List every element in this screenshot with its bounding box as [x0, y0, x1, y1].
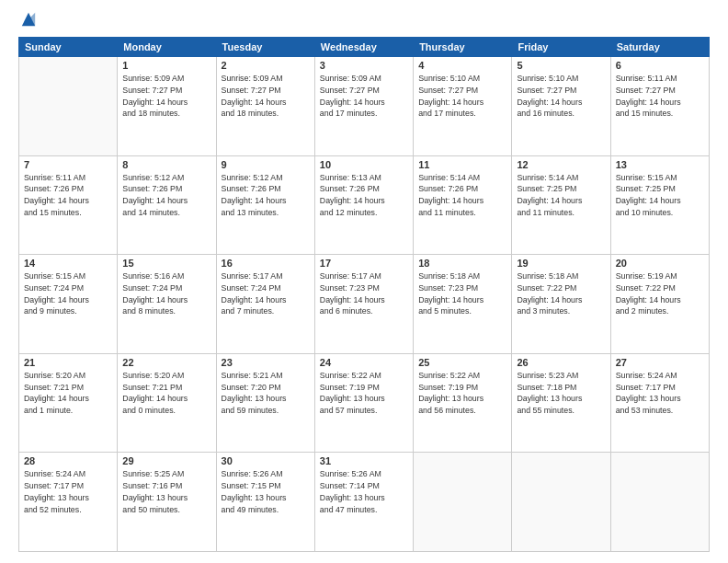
calendar-header-row: SundayMondayTuesdayWednesdayThursdayFrid…: [19, 38, 710, 57]
day-info: Sunrise: 5:20 AMSunset: 7:21 PMDaylight:…: [122, 370, 210, 417]
calendar: SundayMondayTuesdayWednesdayThursdayFrid…: [18, 37, 710, 552]
calendar-cell: 2Sunrise: 5:09 AMSunset: 7:27 PMDaylight…: [216, 57, 314, 156]
day-info: Sunrise: 5:15 AMSunset: 7:25 PMDaylight:…: [616, 172, 704, 219]
calendar-cell: [512, 453, 610, 552]
weekday-header-tuesday: Tuesday: [216, 38, 314, 57]
day-number: 28: [24, 455, 112, 466]
day-info: Sunrise: 5:21 AMSunset: 7:20 PMDaylight:…: [222, 370, 310, 417]
day-number: 16: [222, 258, 310, 269]
day-number: 15: [122, 258, 210, 269]
weekday-header-wednesday: Wednesday: [314, 38, 413, 57]
day-number: 27: [616, 357, 704, 368]
logo: [18, 15, 37, 28]
day-number: 10: [320, 159, 408, 170]
calendar-cell: 5Sunrise: 5:10 AMSunset: 7:27 PMDaylight…: [512, 57, 610, 156]
calendar-cell: 21Sunrise: 5:20 AMSunset: 7:21 PMDayligh…: [19, 353, 118, 453]
calendar-cell: 18Sunrise: 5:18 AMSunset: 7:23 PMDayligh…: [414, 255, 512, 354]
day-info: Sunrise: 5:25 AMSunset: 7:16 PMDaylight:…: [122, 468, 210, 515]
day-number: 17: [320, 258, 408, 269]
weekday-header-thursday: Thursday: [414, 38, 512, 57]
day-info: Sunrise: 5:14 AMSunset: 7:25 PMDaylight:…: [517, 172, 605, 219]
day-number: 23: [222, 357, 310, 368]
day-info: Sunrise: 5:17 AMSunset: 7:24 PMDaylight:…: [222, 270, 310, 317]
calendar-week-row: 1Sunrise: 5:09 AMSunset: 7:27 PMDaylight…: [19, 57, 710, 156]
header: [18, 15, 710, 28]
day-info: Sunrise: 5:09 AMSunset: 7:27 PMDaylight:…: [222, 73, 310, 120]
calendar-cell: 4Sunrise: 5:10 AMSunset: 7:27 PMDaylight…: [414, 57, 512, 156]
calendar-cell: 24Sunrise: 5:22 AMSunset: 7:19 PMDayligh…: [314, 353, 413, 453]
calendar-cell: 29Sunrise: 5:25 AMSunset: 7:16 PMDayligh…: [118, 453, 216, 552]
day-number: 7: [24, 159, 112, 170]
day-number: 5: [517, 60, 605, 71]
calendar-cell: 12Sunrise: 5:14 AMSunset: 7:25 PMDayligh…: [512, 155, 610, 255]
calendar-cell: 25Sunrise: 5:22 AMSunset: 7:19 PMDayligh…: [414, 353, 512, 453]
day-number: 29: [122, 455, 210, 466]
day-info: Sunrise: 5:09 AMSunset: 7:27 PMDaylight:…: [320, 73, 408, 120]
day-info: Sunrise: 5:10 AMSunset: 7:27 PMDaylight:…: [418, 73, 506, 120]
calendar-week-row: 7Sunrise: 5:11 AMSunset: 7:26 PMDaylight…: [19, 155, 710, 255]
calendar-cell: 6Sunrise: 5:11 AMSunset: 7:27 PMDaylight…: [610, 57, 709, 156]
day-info: Sunrise: 5:09 AMSunset: 7:27 PMDaylight:…: [122, 73, 210, 120]
day-info: Sunrise: 5:22 AMSunset: 7:19 PMDaylight:…: [418, 370, 506, 417]
day-info: Sunrise: 5:12 AMSunset: 7:26 PMDaylight:…: [222, 172, 310, 219]
day-number: 13: [616, 159, 704, 170]
calendar-cell: 7Sunrise: 5:11 AMSunset: 7:26 PMDaylight…: [19, 155, 118, 255]
calendar-cell: 13Sunrise: 5:15 AMSunset: 7:25 PMDayligh…: [610, 155, 709, 255]
calendar-cell: 19Sunrise: 5:18 AMSunset: 7:22 PMDayligh…: [512, 255, 610, 354]
day-number: 2: [222, 60, 310, 71]
logo-icon: [20, 11, 37, 28]
calendar-cell: 10Sunrise: 5:13 AMSunset: 7:26 PMDayligh…: [314, 155, 413, 255]
calendar-cell: 8Sunrise: 5:12 AMSunset: 7:26 PMDaylight…: [118, 155, 216, 255]
day-number: 12: [517, 159, 605, 170]
day-info: Sunrise: 5:26 AMSunset: 7:14 PMDaylight:…: [320, 468, 408, 515]
day-number: 4: [418, 60, 506, 71]
calendar-cell: 31Sunrise: 5:26 AMSunset: 7:14 PMDayligh…: [314, 453, 413, 552]
calendar-cell: 27Sunrise: 5:24 AMSunset: 7:17 PMDayligh…: [610, 353, 709, 453]
calendar-cell: 14Sunrise: 5:15 AMSunset: 7:24 PMDayligh…: [19, 255, 118, 354]
calendar-cell: 11Sunrise: 5:14 AMSunset: 7:26 PMDayligh…: [414, 155, 512, 255]
day-number: 6: [616, 60, 704, 71]
day-number: 25: [418, 357, 506, 368]
day-number: 9: [222, 159, 310, 170]
calendar-cell: [19, 57, 118, 156]
day-info: Sunrise: 5:20 AMSunset: 7:21 PMDaylight:…: [24, 370, 112, 417]
calendar-cell: 26Sunrise: 5:23 AMSunset: 7:18 PMDayligh…: [512, 353, 610, 453]
day-info: Sunrise: 5:24 AMSunset: 7:17 PMDaylight:…: [616, 370, 704, 417]
calendar-cell: 30Sunrise: 5:26 AMSunset: 7:15 PMDayligh…: [216, 453, 314, 552]
weekday-header-sunday: Sunday: [19, 38, 118, 57]
day-number: 20: [616, 258, 704, 269]
day-info: Sunrise: 5:19 AMSunset: 7:22 PMDaylight:…: [616, 270, 704, 317]
day-info: Sunrise: 5:10 AMSunset: 7:27 PMDaylight:…: [517, 73, 605, 120]
day-info: Sunrise: 5:26 AMSunset: 7:15 PMDaylight:…: [222, 468, 310, 515]
day-number: 26: [517, 357, 605, 368]
day-number: 3: [320, 60, 408, 71]
day-number: 18: [418, 258, 506, 269]
day-info: Sunrise: 5:24 AMSunset: 7:17 PMDaylight:…: [24, 468, 112, 515]
day-number: 14: [24, 258, 112, 269]
calendar-week-row: 21Sunrise: 5:20 AMSunset: 7:21 PMDayligh…: [19, 353, 710, 453]
day-number: 30: [222, 455, 310, 466]
day-number: 24: [320, 357, 408, 368]
calendar-cell: [610, 453, 709, 552]
calendar-cell: 22Sunrise: 5:20 AMSunset: 7:21 PMDayligh…: [118, 353, 216, 453]
calendar-cell: 9Sunrise: 5:12 AMSunset: 7:26 PMDaylight…: [216, 155, 314, 255]
day-number: 22: [122, 357, 210, 368]
calendar-week-row: 28Sunrise: 5:24 AMSunset: 7:17 PMDayligh…: [19, 453, 710, 552]
calendar-cell: 20Sunrise: 5:19 AMSunset: 7:22 PMDayligh…: [610, 255, 709, 354]
day-number: 8: [122, 159, 210, 170]
day-number: 21: [24, 357, 112, 368]
day-number: 19: [517, 258, 605, 269]
calendar-cell: 28Sunrise: 5:24 AMSunset: 7:17 PMDayligh…: [19, 453, 118, 552]
day-info: Sunrise: 5:22 AMSunset: 7:19 PMDaylight:…: [320, 370, 408, 417]
calendar-week-row: 14Sunrise: 5:15 AMSunset: 7:24 PMDayligh…: [19, 255, 710, 354]
day-info: Sunrise: 5:16 AMSunset: 7:24 PMDaylight:…: [122, 270, 210, 317]
weekday-header-monday: Monday: [118, 38, 216, 57]
day-info: Sunrise: 5:23 AMSunset: 7:18 PMDaylight:…: [517, 370, 605, 417]
calendar-cell: 17Sunrise: 5:17 AMSunset: 7:23 PMDayligh…: [314, 255, 413, 354]
calendar-cell: [414, 453, 512, 552]
calendar-cell: 16Sunrise: 5:17 AMSunset: 7:24 PMDayligh…: [216, 255, 314, 354]
day-info: Sunrise: 5:17 AMSunset: 7:23 PMDaylight:…: [320, 270, 408, 317]
day-number: 31: [320, 455, 408, 466]
calendar-cell: 15Sunrise: 5:16 AMSunset: 7:24 PMDayligh…: [118, 255, 216, 354]
calendar-cell: 1Sunrise: 5:09 AMSunset: 7:27 PMDaylight…: [118, 57, 216, 156]
